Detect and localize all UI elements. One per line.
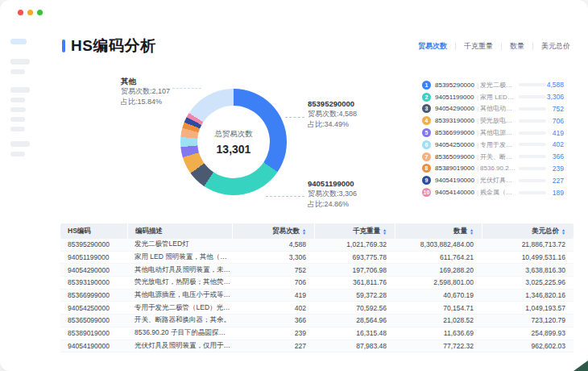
sidebar-skeleton-item: [10, 107, 26, 112]
cell-trades: 366: [232, 316, 314, 324]
window-controls: [18, 10, 43, 15]
cell-trades: 4,588: [232, 240, 314, 248]
tab-kg-weight[interactable]: 千克重量: [462, 41, 495, 52]
ranking-item[interactable]: 3 94054290000 | 其他电动灯... 752: [422, 103, 564, 115]
col-header-qty[interactable]: 数量▲▼: [395, 223, 482, 239]
col-header-trades[interactable]: 贸易次数▲▼: [232, 223, 314, 239]
table-row[interactable]: 85366999000 其他电源插座，电压小于或等于 1000 伏；... 41…: [60, 290, 574, 302]
hs-desc: 8536.90.20 ...: [480, 165, 516, 172]
rank-badge: 8: [422, 164, 431, 173]
sidebar-skeleton-item: [10, 117, 25, 122]
cell-qty: 77,722.32: [395, 342, 482, 350]
sidebar-skeleton-item: [10, 69, 25, 74]
ranking-item[interactable]: 4 85393190000 | 荧光放电灯... 706: [422, 115, 564, 127]
callout-line: 贸易次数:3,306: [308, 189, 357, 199]
cell-desc: 发光二极管LED灯: [127, 240, 232, 249]
sort-icon[interactable]: ▲▼: [470, 228, 474, 235]
maximize-window-dot[interactable]: [37, 10, 43, 15]
donut-callout-top1: 85395290000 贸易次数:4,588 占比:34.49%: [308, 98, 357, 130]
table-row[interactable]: 85389019000 8536.90.20 子目下的晶圆探测器零件，其... …: [60, 327, 574, 340]
mini-bar: [519, 167, 546, 170]
table-row[interactable]: 94054190000 光伏灯具及照明装置，仅用于发光二极管... 227 87…: [60, 340, 574, 353]
cell-trades: 239: [232, 329, 314, 337]
hs-code: 85395290000: [435, 81, 475, 89]
table-row[interactable]: 85393190000 荧光放电灯，热阴极；其他荧光，热阴极 706 361,8…: [60, 277, 574, 290]
cell-desc: 专用于发光二极管（LED）光源的灯具及...: [127, 303, 232, 313]
ranking-item[interactable]: 2 94051199000 | 家用 LED 照... 3,306: [422, 91, 564, 103]
cell-hs-code: 94054290000: [60, 266, 127, 274]
cell-hs-code: 94054250000: [60, 304, 127, 312]
cell-qty: 70,154.71: [395, 304, 482, 312]
mini-bar: [519, 95, 546, 98]
divider: |: [477, 153, 478, 160]
rank-badge: 7: [422, 152, 431, 161]
cell-qty: 11,636.69: [395, 329, 482, 337]
close-window-dot[interactable]: [18, 10, 23, 15]
ranking-item[interactable]: 10 94054140000 | 贱金属（不... 189: [422, 186, 564, 198]
ranking-item[interactable]: 7 85365099000 | 开关、断路... 366: [422, 151, 564, 163]
rank-badge: 5: [422, 128, 431, 137]
tab-quantity[interactable]: 数量: [508, 41, 526, 52]
cell-desc: 光伏灯具及照明装置，仅用于发光二极管...: [127, 341, 232, 351]
cell-trades: 419: [232, 291, 314, 299]
hs-desc: 荧光放电灯...: [480, 116, 516, 125]
callout-line: 占比:15.84%: [121, 97, 170, 107]
hs-code-table: HS编码 编码描述 贸易次数▲▼ 千克重量▲▼ 数量▲▼ 美元总价▲▼ 8539…: [60, 223, 574, 352]
cell-qty: 40,670.19: [395, 291, 482, 299]
cell-desc: 荧光放电灯，热阴极；其他荧光，热阴极: [127, 277, 232, 287]
minimize-window-dot[interactable]: [27, 10, 33, 15]
cell-kg: 70,592.56: [314, 304, 395, 312]
mini-bar: [519, 107, 546, 110]
cell-trades: 3,306: [232, 253, 314, 261]
mini-bar: [519, 191, 546, 194]
ranking-item[interactable]: 6 94054250000 | 专用于发光... 402: [422, 139, 564, 151]
table-row[interactable]: 94054290000 其他电动灯具及照明装置，未列明，设计... 752 19…: [60, 264, 574, 277]
cell-kg: 16,315.48: [314, 329, 395, 337]
ranking-item[interactable]: 8 85389019000 | 8536.90.20 ... 239: [422, 163, 564, 175]
ranking-item[interactable]: 9 94054190000 | 光伏灯具及... 227: [422, 174, 564, 186]
ranking-item[interactable]: 1 85395290000 | 发光二极管... 4,588: [422, 79, 564, 91]
cell-qty: 21,028.52: [395, 316, 482, 324]
hs-code: 85366999000: [435, 129, 475, 136]
rank-value: 3,306: [546, 93, 564, 101]
cell-desc: 8536.90.20 子目下的晶圆探测器零件，其...: [127, 328, 232, 338]
sort-icon[interactable]: ▲▼: [302, 228, 306, 235]
table-row[interactable]: 85365099000 开关、断路器和换向器；其余。 366 28,564.96…: [60, 315, 574, 327]
cell-qty: 8,303,882,484.00: [395, 240, 482, 248]
table-row[interactable]: 85395290000 发光二极管LED灯 4,588 1,021,769.32…: [60, 239, 574, 252]
divider: |: [477, 81, 478, 89]
hs-code: 94054140000: [435, 189, 475, 196]
col-header-label: 美元总价: [532, 227, 559, 236]
tab-usd-total[interactable]: 美元总价: [540, 41, 572, 52]
tab-trade-count[interactable]: 贸易次数: [416, 41, 449, 52]
cell-trades: 706: [232, 278, 314, 286]
col-header-usd[interactable]: 美元总价▲▼: [482, 223, 574, 239]
mini-bar: [519, 155, 546, 158]
callout-connector: [172, 88, 201, 89]
cell-hs-code: 85389019000: [60, 329, 127, 337]
rank-value: 239: [546, 165, 564, 173]
rank-value: 752: [546, 105, 564, 113]
ranking-item[interactable]: 5 85366999000 | 其他电源插... 419: [422, 127, 564, 139]
rank-badge: 9: [422, 176, 431, 185]
mini-bar: [519, 131, 546, 135]
divider: |: [477, 165, 478, 172]
col-header-hs-code: HS编码: [60, 223, 127, 239]
cell-qty: 169,288.20: [395, 266, 482, 274]
table-row[interactable]: 94051199000 家用 LED 照明装置，其他（代码：9405.1... …: [60, 252, 574, 265]
col-header-kg[interactable]: 千克重量▲▼: [314, 223, 395, 239]
table-row[interactable]: 94054250000 专用于发光二极管（LED）光源的灯具及... 402 7…: [60, 302, 574, 315]
sort-icon[interactable]: ▲▼: [383, 228, 387, 235]
callout-title: 85395290000: [308, 98, 357, 109]
cell-hs-code: 85393190000: [60, 278, 127, 286]
sidebar-skeleton-item: [10, 152, 25, 156]
cell-kg: 693,775.78: [314, 253, 395, 261]
hs-code: 94054290000: [435, 105, 475, 112]
sidebar-skeleton-item: [10, 59, 30, 65]
donut-chart[interactable]: [180, 89, 287, 195]
cell-kg: 87,983.48: [314, 342, 395, 350]
sort-icon[interactable]: ▲▼: [561, 228, 565, 235]
divider: |: [477, 177, 478, 184]
cell-kg: 59,372.28: [314, 291, 395, 299]
hs-code: 85393190000: [435, 117, 475, 124]
